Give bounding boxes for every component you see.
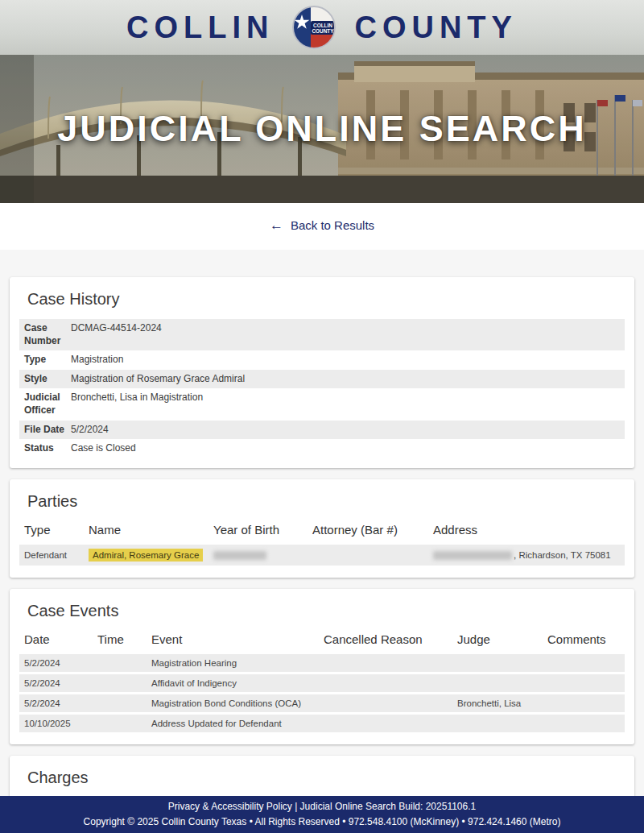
site-footer: Privacy & Accessibility Policy | Judicia… — [0, 796, 644, 833]
case-history-card: Case History Case Number DCMAG-44514-202… — [10, 277, 634, 468]
case-history-table: Case Number DCMAG-44514-2024 Type Magist… — [19, 319, 625, 458]
event-date: 5/2/2024 — [24, 678, 97, 688]
back-arrow-icon: ← — [270, 218, 283, 232]
table-row: 5/2/2024 Magistration Hearing — [19, 654, 625, 672]
table-row: File Date 5/2/2024 — [19, 421, 625, 440]
footer-line2: Copyright © 2025 Collin County Texas • A… — [0, 814, 644, 830]
party-year-of-birth — [213, 550, 312, 560]
case-events-title: Case Events — [27, 602, 625, 620]
party-type: Defendant — [24, 550, 89, 560]
field-label: Case Number — [24, 322, 71, 347]
event-date: 5/2/2024 — [24, 698, 97, 708]
column-header: Year of Birth — [213, 523, 312, 537]
table-row: 5/2/2024 Affidavit of Indigency — [19, 674, 625, 692]
column-header: Address — [433, 523, 620, 537]
parties-card: Parties Type Name Year of Birth Attorney… — [10, 479, 634, 578]
charges-title: Charges — [27, 769, 625, 787]
svg-text:COLLIN: COLLIN — [314, 23, 333, 28]
footer-line1: Privacy & Accessibility Policy | Judicia… — [0, 799, 644, 814]
table-row: Defendant Admiral, Rosemary Grace , Rich… — [19, 545, 625, 566]
event-date: 10/10/2025 — [24, 719, 97, 728]
redacted-value — [433, 551, 512, 560]
case-events-header-row: Date Time Event Cancelled Reason Judge C… — [19, 631, 625, 654]
column-header: Judge — [457, 632, 547, 646]
main-content: Case History Case Number DCMAG-44514-202… — [0, 250, 644, 796]
party-name: Admiral, Rosemary Grace — [89, 549, 213, 562]
event-judge: Bronchetti, Lisa — [457, 698, 547, 708]
site-title-right: COUNTY — [354, 12, 517, 43]
table-row: Status Case is Closed — [19, 439, 625, 458]
event-name: Magistration Hearing — [151, 658, 324, 668]
party-address: , Richardson, TX 75081 — [433, 550, 620, 560]
field-value: Bronchetti, Lisa in Magistration — [71, 392, 620, 416]
field-value: DCMAG-44514-2024 — [71, 322, 620, 347]
charges-card: Charges Charge # Code Offense Date Descr… — [10, 756, 634, 796]
field-value: 5/2/2024 — [71, 424, 620, 437]
page-title: JUDICIAL ONLINE SEARCH — [0, 55, 644, 203]
back-to-results-link[interactable]: ← Back to Results — [270, 218, 374, 232]
column-header: Time — [97, 632, 151, 646]
column-header: Date — [24, 632, 97, 646]
case-history-title: Case History — [27, 290, 625, 309]
event-date: 5/2/2024 — [24, 658, 97, 668]
field-value: Case is Closed — [71, 442, 620, 455]
event-name: Address Updated for Defendant — [151, 719, 324, 728]
field-label: Style — [24, 373, 71, 386]
parties-header-row: Type Name Year of Birth Attorney (Bar #)… — [19, 521, 625, 545]
highlighted-name: Admiral, Rosemary Grace — [89, 549, 203, 562]
column-header: Attorney (Bar #) — [312, 523, 433, 537]
back-bar: ← Back to Results — [0, 203, 644, 250]
back-link-label: Back to Results — [291, 218, 374, 232]
collin-county-seal-icon: COLLIN COUNTY — [291, 5, 336, 50]
case-events-card: Case Events Date Time Event Cancelled Re… — [10, 589, 634, 744]
column-header: Cancelled Reason — [324, 632, 457, 646]
svg-text:COUNTY: COUNTY — [312, 28, 335, 34]
table-row: Style Magistration of Rosemary Grace Adm… — [19, 370, 625, 389]
field-value: Magistration — [71, 354, 620, 367]
field-label: Type — [24, 354, 71, 367]
hero-banner: JUDICIAL ONLINE SEARCH — [0, 55, 644, 203]
site-title-left: COLLIN — [126, 12, 274, 43]
field-label: File Date — [24, 424, 71, 437]
column-header: Type — [24, 523, 89, 537]
site-header: COLLIN COLLIN COUNTY COUNTY — [0, 0, 644, 55]
privacy-policy-link[interactable]: Privacy & Accessibility Policy — [168, 801, 292, 812]
table-row: Case Number DCMAG-44514-2024 — [19, 319, 625, 350]
address-visible-text: , Richardson, TX 75081 — [514, 550, 611, 560]
column-header: Name — [89, 523, 213, 537]
field-label: Judicial Officer — [24, 392, 71, 416]
table-row: Type Magistration — [19, 350, 625, 370]
footer-build-info: | Judicial Online Search Build: 20251106… — [292, 801, 476, 812]
field-value: Magistration of Rosemary Grace Admiral — [71, 373, 620, 386]
event-name: Affidavit of Indigency — [151, 678, 324, 688]
field-label: Status — [24, 442, 71, 455]
event-name: Magistration Bond Conditions (OCA) — [151, 698, 324, 708]
column-header: Event — [151, 632, 324, 646]
column-header: Comments — [547, 632, 620, 646]
redacted-value — [213, 551, 266, 560]
table-row: 10/10/2025 Address Updated for Defendant — [19, 715, 625, 732]
table-row: 5/2/2024 Magistration Bond Conditions (O… — [19, 694, 625, 712]
parties-title: Parties — [27, 492, 625, 511]
table-row: Judicial Officer Bronchetti, Lisa in Mag… — [19, 388, 625, 420]
